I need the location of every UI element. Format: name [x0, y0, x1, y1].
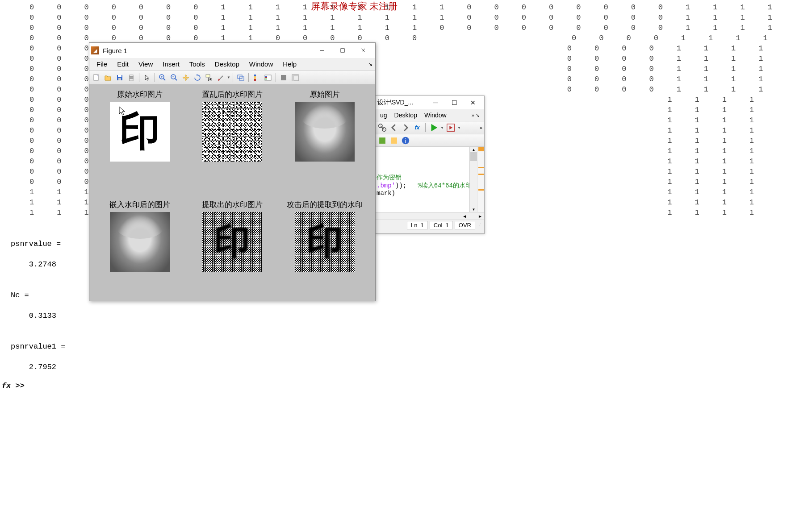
status-col: Col 1 [430, 221, 453, 229]
menu-tools[interactable]: Tools [185, 60, 209, 68]
status-ovr: OVR [455, 221, 475, 229]
status-line: Ln 1 [407, 221, 428, 229]
svg-rect-32 [254, 79, 256, 81]
svg-rect-18 [130, 79, 133, 81]
menu-window[interactable]: Window [245, 60, 277, 68]
svg-line-24 [175, 79, 177, 80]
figure-menubar: File Edit View Insert Tools Desktop Wind… [89, 58, 375, 71]
brush-dropdown-icon[interactable]: ▼ [227, 75, 230, 79]
figure-content: 原始水印图片 印 置乱后的水印图片 原始图片 嵌入水印后的图片 提取出的水印图片 [89, 85, 375, 301]
link-icon[interactable] [235, 72, 246, 83]
new-icon[interactable] [91, 72, 102, 83]
editor-maximize-button[interactable]: ☐ [445, 97, 464, 108]
brush-icon[interactable] [215, 72, 226, 83]
datacursor-icon[interactable] [204, 72, 214, 83]
separator [233, 73, 233, 82]
editor-menu-chevron[interactable]: » ↘ [468, 112, 483, 118]
rotate-icon[interactable] [192, 72, 203, 83]
pointer-icon[interactable] [142, 72, 152, 83]
menu-edit[interactable]: Edit [113, 60, 133, 68]
editor-window: 设计\SVD_... ─ ☐ ✕ ug Desktop Window » ↘ f… [375, 96, 485, 234]
subplot-4-image [110, 212, 170, 272]
scroll-up-icon[interactable]: ▲ [470, 147, 477, 152]
breakpoint-icon[interactable] [377, 136, 387, 145]
figure-title: Figure 1 [103, 47, 312, 54]
hide-tools-icon[interactable] [278, 72, 289, 83]
editor-hscrollbar[interactable]: ◄ ► [376, 212, 484, 220]
code-warning-summary[interactable] [478, 147, 484, 151]
bookmark-icon[interactable] [389, 136, 399, 145]
editor-text[interactable]: 作为密钥 .bmp')); %读入64*64的水印 mark) [376, 147, 469, 212]
open-icon[interactable] [103, 72, 113, 83]
minimize-button[interactable] [312, 43, 332, 58]
info-icon[interactable]: i [401, 136, 410, 145]
show-tools-icon[interactable] [290, 72, 301, 83]
subplot-4: 嵌入水印后的图片 [98, 199, 182, 296]
editor-titlebar[interactable]: 设计\SVD_... ─ ☐ ✕ [376, 96, 484, 109]
resize-grip-icon[interactable]: ⋰ [477, 223, 481, 228]
svg-rect-37 [281, 75, 286, 80]
figure-titlebar[interactable]: ◢ Figure 1 [89, 43, 375, 58]
scroll-down-icon[interactable]: ▼ [470, 207, 477, 212]
back-icon[interactable] [389, 123, 399, 133]
svg-rect-15 [118, 78, 121, 80]
svg-rect-26 [206, 75, 210, 77]
matlab-icon: ◢ [91, 46, 99, 54]
editor-menubar: ug Desktop Window » ↘ [376, 109, 484, 121]
separator [248, 73, 249, 82]
svg-rect-39 [292, 75, 294, 81]
colorbar-icon[interactable] [251, 72, 262, 83]
menu-overflow-icon[interactable]: ↘ [368, 61, 373, 67]
editor-vscrollbar[interactable]: ▲ ▼ [469, 147, 477, 212]
zoom-out-icon[interactable] [169, 72, 180, 83]
svg-text:i: i [405, 137, 406, 144]
run-dropdown-icon[interactable]: ▼ [440, 126, 444, 130]
recorder-watermark: 屏幕录像专家 未注册 [311, 0, 398, 12]
menu-file[interactable]: File [92, 60, 112, 68]
svg-rect-16 [129, 76, 134, 79]
editor-close-button[interactable]: ✕ [464, 97, 482, 108]
menu-view[interactable]: View [134, 60, 157, 68]
code-warning-mark[interactable] [478, 189, 484, 191]
pan-icon[interactable] [180, 72, 191, 83]
scroll-thumb[interactable] [470, 152, 477, 161]
fx-icon[interactable]: fx [412, 123, 422, 133]
subplot-3-image [295, 102, 355, 162]
zoom-in-icon[interactable] [157, 72, 168, 83]
menu-insert[interactable]: Insert [158, 60, 184, 68]
editor-menu-window[interactable]: Window [421, 112, 450, 119]
code-warning-mark[interactable] [478, 174, 484, 175]
subplot-6: 攻击后的提取到的水印 [283, 199, 366, 296]
code-analyzer-strip[interactable] [477, 147, 484, 212]
editor-minimize-button[interactable]: ─ [426, 97, 445, 108]
editor-toolbar-chevron[interactable]: » [480, 125, 482, 130]
subplot-2-title: 置乱后的水印图片 [202, 89, 263, 100]
close-button[interactable] [353, 43, 373, 58]
svg-rect-9 [341, 49, 344, 52]
subplot-5-image [202, 212, 262, 272]
run-icon[interactable] [429, 123, 439, 133]
separator [139, 73, 139, 82]
forward-icon[interactable] [401, 123, 410, 133]
save-icon[interactable] [114, 72, 125, 83]
cursor-icon [119, 106, 126, 116]
command-prompt[interactable]: fx >> [2, 382, 25, 390]
separator [276, 73, 276, 82]
legend-icon[interactable] [263, 72, 273, 83]
run-section-icon[interactable] [446, 123, 456, 133]
maximize-button[interactable] [332, 43, 353, 58]
editor-menu-desktop[interactable]: Desktop [391, 112, 421, 119]
find-icon[interactable] [377, 123, 387, 133]
figure-toolbar: ▼ [89, 71, 375, 85]
menu-help[interactable]: Help [278, 60, 301, 68]
code-warning-mark[interactable] [478, 167, 484, 168]
subplot-5: 提取出的水印图片 [191, 199, 274, 296]
run-section-dropdown[interactable]: ▼ [457, 126, 461, 130]
editor-menu-debug[interactable]: ug [377, 112, 391, 119]
svg-rect-17 [130, 75, 133, 76]
subplot-6-image [295, 212, 355, 272]
svg-rect-31 [254, 75, 256, 76]
editor-body[interactable]: 作为密钥 .bmp')); %读入64*64的水印 mark) ▲ ▼ [376, 147, 484, 212]
menu-desktop[interactable]: Desktop [210, 60, 244, 68]
print-icon[interactable] [126, 72, 137, 83]
